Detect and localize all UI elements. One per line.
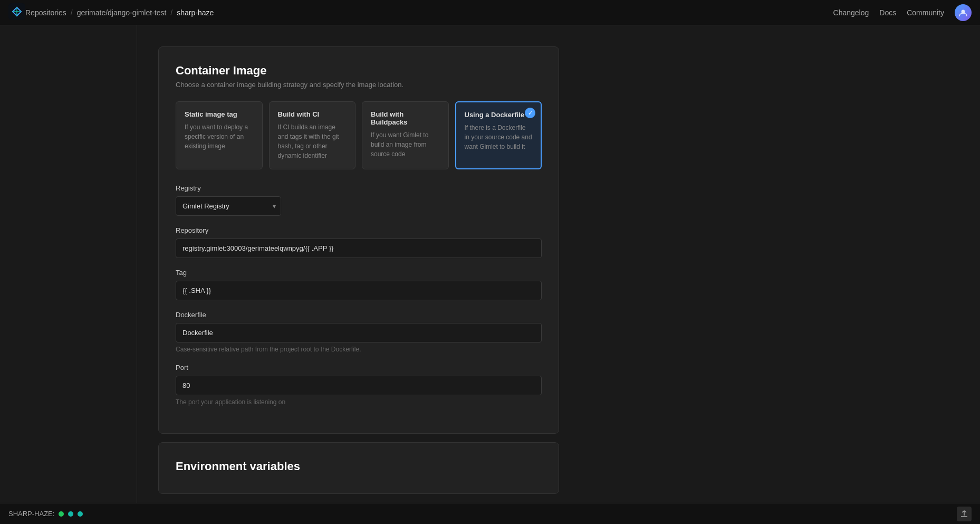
status-bar: SHARP-HAZE: xyxy=(0,503,980,524)
strategy-ci[interactable]: Build with CI If CI builds an image and … xyxy=(269,101,356,169)
strategy-static-title: Static image tag xyxy=(185,110,254,118)
dockerfile-field-group: Dockerfile Case-sensitive relative path … xyxy=(176,311,542,353)
repository-label: Repository xyxy=(176,226,542,234)
strategy-static-desc: If you want to deploy a specific version… xyxy=(185,122,254,151)
card-title: Container Image xyxy=(176,64,542,78)
strategy-ci-title: Build with CI xyxy=(278,110,347,118)
strategy-grid: Static image tag If you want to deploy a… xyxy=(176,101,542,169)
container-image-card: Container Image Choose a container image… xyxy=(158,46,559,434)
strategy-dockerfile-desc: If there is a Dockerfile in your source … xyxy=(465,123,533,151)
registry-select-wrapper: Gimlet Registry Docker Hub ECR GCR ▾ xyxy=(176,196,281,216)
tag-field-group: Tag xyxy=(176,269,542,300)
breadcrumb-current: sharp-haze xyxy=(177,8,214,17)
repository-input[interactable] xyxy=(176,239,542,258)
port-field-group: Port The port your application is listen… xyxy=(176,364,542,406)
port-label: Port xyxy=(176,364,542,371)
env-vars-title: Environment variables xyxy=(176,460,542,473)
registry-field-group: Registry Gimlet Registry Docker Hub ECR … xyxy=(176,184,542,216)
changelog-link[interactable]: Changelog xyxy=(833,8,869,17)
docs-link[interactable]: Docs xyxy=(879,8,896,17)
port-hint: The port your application is listening o… xyxy=(176,398,542,406)
strategy-static[interactable]: Static image tag If you want to deploy a… xyxy=(176,101,263,169)
breadcrumb-repositories[interactable]: Repositories xyxy=(25,8,66,17)
community-link[interactable]: Community xyxy=(907,8,944,17)
status-dot-3 xyxy=(78,511,83,517)
strategy-buildpacks-desc: If you want Gimlet to build an image fro… xyxy=(371,130,440,159)
nav-right: Changelog Docs Community xyxy=(833,4,972,21)
breadcrumb-repo[interactable]: gerimate/django-gimlet-test xyxy=(77,8,167,17)
status-dot-1 xyxy=(59,511,64,517)
avatar[interactable] xyxy=(955,4,972,21)
tag-label: Tag xyxy=(176,269,542,277)
repository-field-group: Repository xyxy=(176,226,542,258)
breadcrumb: Repositories / gerimate/django-gimlet-te… xyxy=(25,8,214,17)
main-content: Container Image Choose a container image… xyxy=(137,25,980,524)
env-vars-card: Environment variables xyxy=(158,442,559,494)
top-nav: Repositories / gerimate/django-gimlet-te… xyxy=(0,0,980,25)
status-app-name: SHARP-HAZE: xyxy=(8,510,54,518)
registry-select[interactable]: Gimlet Registry Docker Hub ECR GCR xyxy=(176,196,281,216)
port-input[interactable] xyxy=(176,376,542,395)
strategy-buildpacks-title: Build with Buildpacks xyxy=(371,110,440,126)
strategy-dockerfile[interactable]: ✓ Using a Dockerfile If there is a Docke… xyxy=(455,101,542,169)
app-logo[interactable] xyxy=(8,3,25,22)
dockerfile-input[interactable] xyxy=(176,323,542,342)
tag-input[interactable] xyxy=(176,281,542,300)
card-subtitle: Choose a container image building strate… xyxy=(176,81,542,89)
upload-button[interactable] xyxy=(957,507,972,521)
breadcrumb-sep1: / xyxy=(71,8,73,17)
strategy-ci-desc: If CI builds an image and tags it with t… xyxy=(278,122,347,160)
dockerfile-hint: Case-sensitive relative path from the pr… xyxy=(176,346,542,353)
strategy-dockerfile-check: ✓ xyxy=(525,108,535,118)
breadcrumb-sep2: / xyxy=(170,8,172,17)
strategy-buildpacks[interactable]: Build with Buildpacks If you want Gimlet… xyxy=(362,101,449,169)
status-dot-2 xyxy=(68,511,73,517)
sidebar xyxy=(0,25,137,524)
dockerfile-label: Dockerfile xyxy=(176,311,542,319)
registry-label: Registry xyxy=(176,184,542,192)
strategy-dockerfile-title: Using a Dockerfile xyxy=(465,111,533,119)
